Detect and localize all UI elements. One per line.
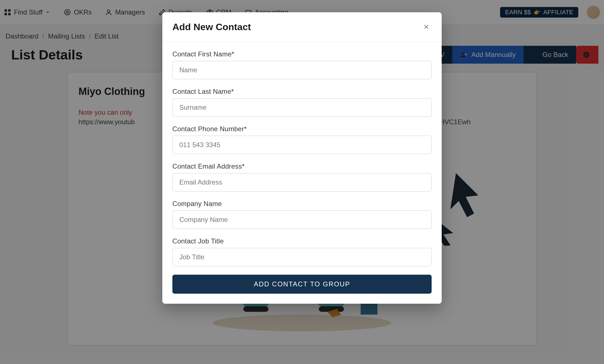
job-title-input[interactable] [172,248,432,266]
form-group-email: Contact Email Address* [172,162,432,191]
job-title-label: Contact Job Title [172,237,432,245]
form-group-last-name: Contact Last Name* [172,88,432,117]
close-icon [423,24,429,30]
form-group-job-title: Contact Job Title [172,237,432,266]
first-name-label: Contact First Name* [172,50,432,58]
last-name-input[interactable] [172,98,432,117]
last-name-label: Contact Last Name* [172,88,432,95]
first-name-input[interactable] [172,61,432,79]
modal-title: Add New Contact [172,21,251,32]
form-group-company: Company Name [172,200,432,229]
add-contact-modal: Add New Contact Contact First Name* Cont… [162,12,442,304]
modal-header: Add New Contact [162,12,442,42]
form-group-phone: Contact Phone Number* [172,125,432,154]
form-group-first-name: Contact First Name* [172,50,432,79]
email-label: Contact Email Address* [172,162,432,170]
phone-input[interactable] [172,136,432,154]
modal-close-button[interactable] [421,21,432,33]
company-input[interactable] [172,210,432,229]
company-label: Company Name [172,200,432,208]
modal-overlay[interactable]: Add New Contact Contact First Name* Cont… [0,0,604,364]
add-contact-submit-button[interactable]: ADD CONTACT TO GROUP [172,275,432,294]
modal-body: Contact First Name* Contact Last Name* C… [162,42,442,304]
phone-label: Contact Phone Number* [172,125,432,133]
email-input[interactable] [172,173,432,191]
